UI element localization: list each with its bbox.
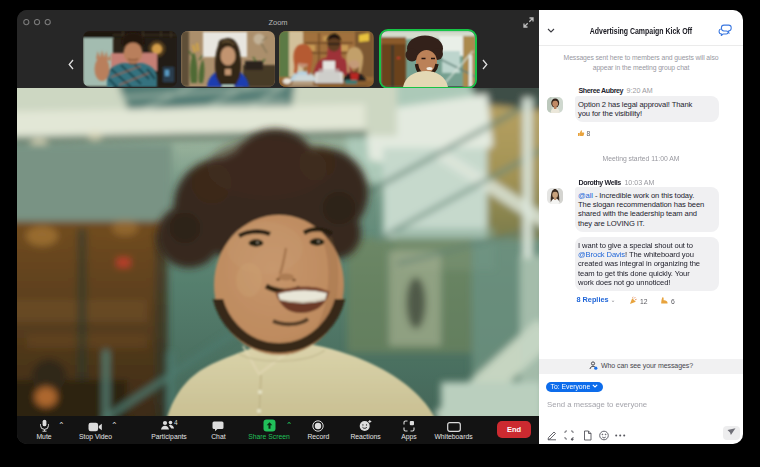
svg-text:4: 4	[174, 420, 178, 426]
